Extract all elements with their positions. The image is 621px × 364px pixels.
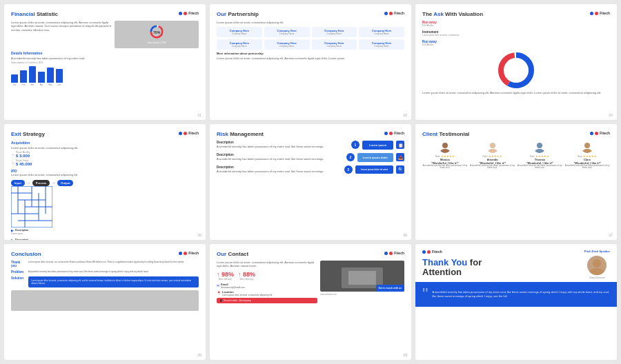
svg-rect-27	[348, 271, 376, 285]
left-labels: Run away $ 24 Months Instrument Lorem ip…	[422, 21, 610, 46]
conclusion-row-1: Thank you Lorem ipsum dolor sit amet, ou…	[11, 261, 199, 267]
bar-label-2: Feb	[21, 83, 25, 86]
logo-text: Fitech	[188, 251, 199, 255]
risk-rows: Description A wonderful serenity has tak…	[217, 141, 404, 174]
location-icon: 📍	[217, 291, 221, 295]
testimonial-body-4: A wonderful serenity has taken possessio…	[564, 165, 610, 170]
logo-text: Fitech	[394, 251, 404, 255]
flow-input-button[interactable]: Input	[11, 180, 25, 186]
bar-label-6: Jun	[58, 83, 61, 86]
svg-point-20	[488, 149, 497, 153]
slide-number: 08	[197, 353, 201, 357]
maze-svg	[11, 186, 52, 228]
partner-cell-6: Company HereCompany Name	[264, 39, 310, 50]
social-bar: 📱 Social media @company	[217, 298, 317, 303]
speaker-role: Eliana Doresena	[589, 276, 604, 279]
svg-point-23	[584, 143, 590, 148]
contact-image-wrap: Get in touch with us www.website.com	[320, 261, 404, 303]
email-value: linecreameryt@email.com	[221, 286, 245, 289]
svg-point-17	[442, 143, 448, 148]
bar-group: Apr	[38, 72, 45, 86]
testimonial-body-2: A wonderful serenity has taken possessio…	[470, 165, 515, 170]
right-text: Lorem ipsum dolor sit amet, consectetur …	[422, 91, 610, 95]
flow-output-button[interactable]: Output	[57, 180, 73, 186]
donut-value: 70%	[153, 30, 160, 34]
bar-group: Jan	[11, 74, 18, 86]
stat-label-1: More effective	[217, 278, 234, 281]
risk-desc-title-3: Description	[217, 165, 342, 169]
slide-partnership: Our Partnership Fitech Lorem ipsum dolor…	[210, 4, 411, 120]
slide-number: 02	[403, 113, 407, 117]
testimonial-item-4: Rate: ★★★★★ Clare "Wonderful, I like it!…	[564, 141, 610, 170]
slide-header: Our Contact Fitech	[217, 251, 404, 258]
svg-point-5	[506, 60, 526, 81]
conc-label-3: Solution	[11, 276, 26, 280]
bar-5	[47, 68, 54, 83]
svg-point-22	[535, 149, 544, 153]
fitech-logo: Fitech	[179, 131, 199, 135]
slide-title: Exit Strategy	[11, 131, 45, 138]
logo-dot-red-icon	[184, 252, 187, 255]
svg-point-21	[537, 143, 542, 148]
return-monthly-row: → Return Monthly $ 3.000	[11, 151, 199, 158]
slide-number: 04	[609, 113, 613, 117]
slide-number: 07	[609, 233, 613, 237]
stars-1: ★★★★★	[441, 154, 455, 158]
desc-arrow-icon-1: ▶	[11, 228, 14, 232]
svg-point-24	[582, 149, 592, 153]
slide-title: Our Contact	[217, 251, 248, 258]
slide-header: Risk Management Fitech	[217, 131, 404, 138]
conc-text-1: Lorem ipsum dolor sit amet, our consecut…	[28, 261, 184, 263]
fitech-logo: Fitech	[422, 250, 482, 254]
svg-point-19	[490, 143, 495, 148]
risk-left-2: Description A wonderful serenity has tak…	[217, 153, 344, 161]
return-yearly-value: $ 45.000	[16, 162, 32, 166]
slide-header: Exit Strategy Fitech	[11, 131, 199, 138]
pitch-deck-label: Pitch Deck Speaker	[584, 250, 610, 253]
desc-item-1: ▶ Description Lorem ipsum	[11, 228, 199, 235]
contact-detail-email: ✉ Email linecreameryt@email.com	[217, 283, 317, 289]
contact-stats: ↑ 98% More effective ↑ 88% More efficien…	[217, 271, 317, 281]
logo-dot-red-icon	[184, 12, 187, 15]
contact-detail-location: 📍 Location Lorem ipsum dolor sit amet, c…	[217, 290, 317, 296]
fitech-logo: Fitech	[384, 11, 404, 15]
testimonial-item-1: Rate: ★★★★★ Monica "Wonderful, I like it…	[422, 141, 468, 170]
slide-number: 05	[197, 233, 201, 237]
logo-dot-red-icon	[595, 132, 598, 135]
email-icon: ✉	[217, 283, 219, 287]
fitech-logo: Fitech	[590, 131, 610, 135]
thank-you-title: Thank You for Attention	[422, 258, 482, 278]
logo-dot-blue-icon	[590, 12, 593, 15]
risk-left-3: Description A wonderful serenity has tak…	[217, 165, 342, 174]
testimonial-body-1: A wonderful serenity has taken possessio…	[422, 165, 468, 170]
risk-btn-1: Lorem ipsum	[362, 141, 393, 150]
contact-body: Lorem ipsum dolor sit amet, consectetur …	[217, 261, 317, 268]
logo-dot-blue-icon	[179, 132, 182, 135]
risk-desc-title-1: Description	[217, 141, 348, 144]
logo-dot-red-icon	[427, 250, 431, 254]
slide-title: The Ask With Valuation	[422, 11, 483, 18]
conc-text-3: Lorem ipsum dolor sit amet, consectetur …	[31, 279, 196, 285]
valuation-donut	[495, 50, 537, 91]
website-label: www.website.com	[320, 293, 404, 296]
slide-client-testimonial: Client Testimonial Fitech Rate: ★★★★★ Mo…	[415, 124, 617, 240]
desc-item-2: ▶ Description Lorem ipsum	[11, 238, 199, 240]
partner-sub: Company Name	[360, 32, 403, 35]
slide-header: Our Partnership Fitech	[217, 11, 404, 18]
conclusion-row-2: Problem A wonderful serenity has taken p…	[11, 270, 199, 274]
logo-dot-blue-icon	[422, 250, 426, 254]
stats-sublabel: Sales statistics 2023	[147, 41, 166, 44]
conclusion-image	[11, 290, 199, 311]
flow-process-button[interactable]: Process	[32, 180, 50, 186]
logo-text: Fitech	[394, 131, 404, 135]
quote-open-icon: "	[422, 286, 428, 303]
details-text: A wonderful serenity has taken possessio…	[11, 57, 199, 61]
svg-point-18	[440, 149, 450, 153]
stats-image: 70% Sales statistics 2023	[115, 21, 199, 48]
contact-left: Lorem ipsum dolor sit amet, consectetur …	[217, 261, 317, 303]
thank-you-top: Fitech Thank You for Attention Pitch Dec…	[415, 244, 617, 282]
chart-label: Sales statistics in 6 month on 2023	[11, 61, 199, 64]
body-text: Lorem ipsum dolor sit amet, consectetur …	[217, 21, 404, 25]
donut-chart-wrap: 70%	[149, 24, 164, 40]
logo-text: Fitech	[394, 11, 404, 15]
